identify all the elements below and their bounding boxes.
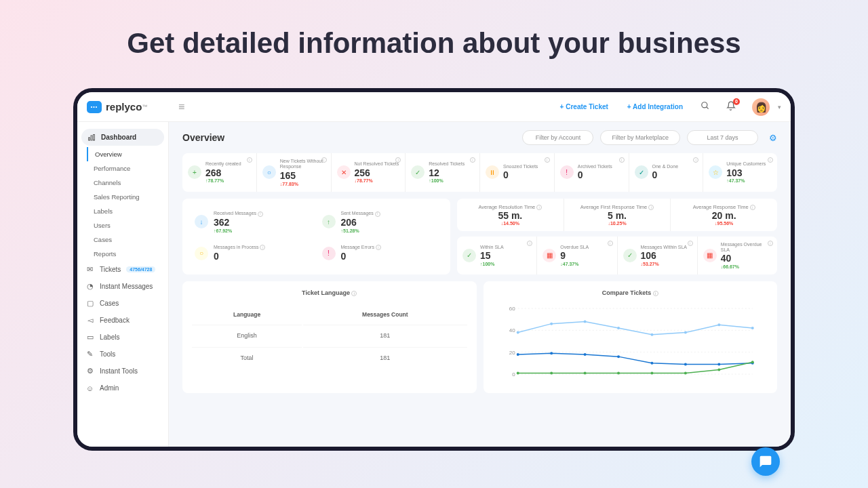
- info-icon[interactable]: i: [619, 157, 625, 163]
- kpi-icon: +: [188, 165, 201, 179]
- avatar[interactable]: 👩: [752, 98, 770, 116]
- sidebar-label: Tickets: [100, 266, 121, 273]
- metric-label: Message Errors i: [341, 245, 439, 250]
- sidebar-subitem[interactable]: Channels: [87, 176, 168, 190]
- metric-value: 362: [214, 217, 311, 228]
- sidebar-item-admin[interactable]: ☺ Admin: [77, 380, 168, 396]
- sla-value: 15: [480, 250, 531, 262]
- sidebar-subitem[interactable]: Sales Reporting: [87, 190, 168, 204]
- filter-date-button[interactable]: Last 7 days: [687, 130, 758, 145]
- settings-gear-icon[interactable]: ⚙: [769, 133, 777, 143]
- sidebar-subitem[interactable]: Overview: [87, 147, 168, 161]
- kpi-label: Archived Tickets: [578, 164, 623, 169]
- chart-title: Compare Tickets i: [492, 289, 770, 296]
- add-integration-link[interactable]: + Add Integration: [618, 103, 692, 110]
- search-icon[interactable]: [692, 101, 718, 113]
- svg-point-35: [717, 369, 720, 371]
- svg-text:60: 60: [509, 306, 515, 312]
- sidebar-subitem[interactable]: Reports: [87, 247, 168, 261]
- kpi-icon: !: [560, 165, 574, 179]
- create-ticket-link[interactable]: + Create Ticket: [551, 103, 618, 110]
- table-row: Total181: [192, 347, 467, 368]
- chat-bubble-icon[interactable]: [751, 447, 780, 476]
- svg-point-18: [684, 331, 686, 334]
- svg-point-32: [617, 372, 620, 375]
- info-icon[interactable]: i: [395, 157, 401, 163]
- time-metrics-panel: Average Resolution Time i 55 m. ↓14.50%A…: [457, 199, 777, 231]
- message-metrics-panel: ↓ Received Messages i 362 ↑67.92% ↑ Sent…: [182, 199, 450, 275]
- sidebar-item-instant-tools[interactable]: ⚙ Instant Tools: [77, 363, 168, 380]
- time-value: 5 m.: [570, 210, 665, 221]
- sidebar-item-tools[interactable]: ✎ Tools: [77, 346, 168, 363]
- brand-logo[interactable]: ••• replyco™: [77, 101, 169, 113]
- bell-icon[interactable]: 0: [718, 101, 744, 113]
- logo-tm: ™: [142, 104, 147, 110]
- sidebar-item-feedback[interactable]: ◅ Feedback: [77, 312, 168, 329]
- col-language: Language: [192, 306, 302, 323]
- kpi-value: 0: [652, 169, 698, 181]
- metric-icon: ○: [195, 247, 208, 260]
- kpi-label: Recently created: [205, 161, 251, 167]
- info-icon[interactable]: i: [527, 241, 532, 246]
- sla-icon: ▦: [703, 249, 717, 262]
- filter-marketplace-button[interactable]: Filter by Marketplace: [600, 130, 680, 145]
- sla-value: 9: [560, 250, 611, 262]
- svg-text:0: 0: [512, 371, 515, 378]
- kpi-value: 165: [280, 170, 326, 182]
- time-delta: ↓10.25%: [570, 221, 665, 226]
- sidebar-item-labels[interactable]: ▭ Labels: [77, 329, 168, 346]
- sla-value: 40: [721, 253, 772, 264]
- info-icon[interactable]: i: [688, 241, 693, 246]
- filter-account-button[interactable]: Filter by Account: [522, 130, 593, 145]
- sidebar-subitem[interactable]: Cases: [87, 232, 168, 247]
- sidebar-subitem[interactable]: Labels: [87, 204, 168, 218]
- info-icon[interactable]: i: [768, 157, 773, 163]
- info-icon[interactable]: i: [693, 157, 698, 163]
- metric-value: 0: [341, 251, 439, 262]
- main-content: Overview Filter by Account Filter by Mar…: [169, 122, 791, 447]
- sidebar-item-tickets[interactable]: ✉ Tickets 4756/4728: [77, 261, 168, 278]
- metric-label: Sent Messages i: [341, 211, 439, 216]
- user-icon: ☺: [85, 384, 94, 392]
- sidebar-label: Instant Messages: [100, 283, 153, 290]
- hamburger-icon[interactable]: ≡: [169, 101, 194, 113]
- sla-icon: ✓: [462, 249, 476, 262]
- chevron-down-icon[interactable]: ▾: [778, 104, 781, 110]
- svg-rect-4: [93, 134, 94, 140]
- sidebar-subitem[interactable]: Performance: [87, 161, 168, 176]
- svg-rect-2: [88, 138, 90, 140]
- sla-card: ▦ Overdue SLA 9 ↓47.37% i: [537, 237, 617, 275]
- info-icon[interactable]: i: [321, 157, 327, 163]
- kpi-delta: ↓78.77%: [355, 178, 400, 183]
- info-icon[interactable]: i: [608, 241, 613, 246]
- svg-point-24: [617, 355, 620, 358]
- metric-value: 0: [214, 251, 311, 262]
- kpi-icon: ☆: [709, 165, 722, 179]
- info-icon[interactable]: i: [470, 157, 475, 163]
- kpi-value: 12: [429, 167, 474, 179]
- sidebar-item-cases[interactable]: ▢ Cases: [77, 295, 168, 312]
- sidebar-item-instant-messages[interactable]: ◔ Instant Messages: [77, 278, 168, 295]
- kpi-label: Not Resolved Tickets: [355, 161, 400, 167]
- kpi-value: 0: [578, 169, 623, 181]
- kpi-card: + Recently created 268 ↑78.77% i: [182, 153, 257, 192]
- svg-text:40: 40: [509, 328, 515, 334]
- info-icon[interactable]: i: [247, 157, 252, 163]
- time-value: 55 m.: [462, 210, 558, 221]
- sidebar-subitem[interactable]: Users: [87, 218, 168, 232]
- info-icon[interactable]: i: [768, 241, 773, 246]
- time-delta: ↓95.56%: [676, 221, 772, 226]
- page-headline: Get detailed information about your busi…: [0, 0, 868, 60]
- sla-card: ▦ Messages Overdue SLA 40 ↓66.67% i: [698, 237, 777, 275]
- sidebar-label: Labels: [100, 333, 119, 341]
- svg-point-21: [516, 353, 519, 356]
- kpi-value: 0: [503, 169, 549, 181]
- info-icon[interactable]: i: [545, 157, 550, 163]
- time-label: Average Resolution Time i: [462, 204, 558, 210]
- cell-count: 181: [303, 325, 467, 346]
- svg-point-23: [583, 353, 586, 356]
- metric-delta: ↑51.28%: [341, 228, 439, 233]
- svg-text:20: 20: [509, 350, 515, 356]
- svg-point-13: [516, 331, 519, 334]
- sidebar-item-dashboard[interactable]: Dashboard: [81, 129, 164, 146]
